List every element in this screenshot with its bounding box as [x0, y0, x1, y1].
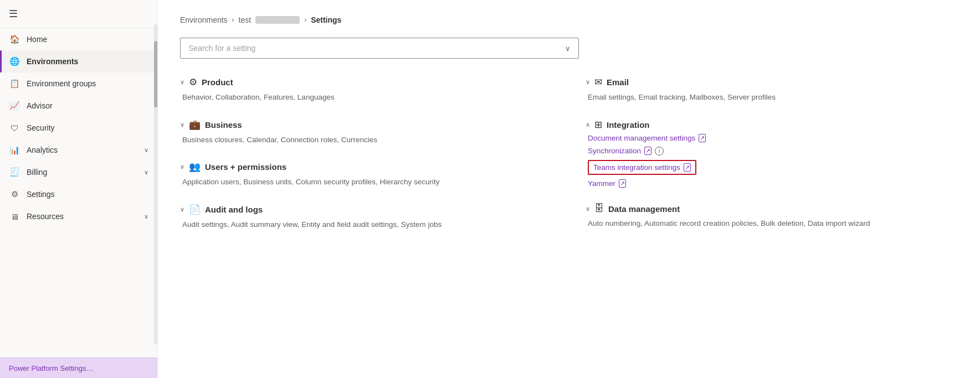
document-management-ext-icon: ↗	[699, 134, 706, 142]
integration-icon: ⊞	[594, 119, 602, 131]
environments-icon: 🌐	[9, 56, 20, 67]
breadcrumb-sep-1: ›	[232, 16, 234, 24]
settings-grid: ∨ ⚙ Product Behavior, Collaboration, Fea…	[180, 76, 958, 246]
section-users-permissions: ∨ 👥 Users + permissions Application user…	[180, 161, 552, 188]
synchronization-label: Synchronization	[588, 147, 641, 155]
section-business-header: ∨ 💼 Business	[180, 119, 552, 131]
document-management-label: Document management settings	[588, 134, 695, 142]
email-items: Email settings, Email tracking, Mailboxe…	[586, 91, 958, 103]
sidebar-item-environment-groups[interactable]: 📋 Environment groups	[0, 73, 157, 95]
sidebar-item-label: Resources	[27, 212, 142, 221]
sidebar-item-resources[interactable]: 🖥 Resources ∨	[0, 205, 157, 227]
product-collapse-chevron[interactable]: ∨	[180, 79, 184, 86]
integration-collapse-chevron[interactable]: ∧	[586, 121, 590, 128]
section-integration: ∧ ⊞ Integration Document management sett…	[586, 119, 958, 188]
settings-left-column: ∨ ⚙ Product Behavior, Collaboration, Fea…	[180, 76, 552, 246]
synchronization-link[interactable]: Synchronization ↗ i	[586, 147, 958, 156]
email-collapse-chevron[interactable]: ∨	[586, 79, 590, 86]
sidebar-item-label: Advisor	[27, 101, 148, 110]
users-collapse-chevron[interactable]: ∨	[180, 163, 184, 170]
audit-collapse-chevron[interactable]: ∨	[180, 206, 184, 213]
audit-title: Audit and logs	[205, 205, 263, 214]
search-bar-placeholder: Search for a setting	[188, 44, 565, 53]
yammer-ext-icon: ↗	[619, 179, 626, 188]
data-management-collapse-chevron[interactable]: ∨	[586, 205, 590, 213]
section-product: ∨ ⚙ Product Behavior, Collaboration, Fea…	[180, 76, 552, 103]
sidebar-item-label: Billing	[27, 168, 142, 177]
teams-integration-ext-icon: ↗	[684, 163, 691, 172]
breadcrumb: Environments › test › Settings	[180, 15, 958, 24]
audit-icon: 📄	[189, 204, 201, 215]
users-items: Application users, Business units, Colum…	[180, 176, 552, 188]
users-title: Users + permissions	[205, 162, 286, 172]
product-items: Behavior, Collaboration, Features, Langu…	[180, 91, 552, 103]
home-icon: 🏠	[9, 34, 20, 45]
sidebar-item-analytics[interactable]: 📊 Analytics ∨	[0, 139, 157, 161]
sidebar-bottom: Power Platform Settings…	[0, 358, 157, 378]
sidebar-item-label: Environments	[27, 57, 148, 66]
sidebar-item-billing[interactable]: 🧾 Billing ∨	[0, 161, 157, 183]
sidebar-item-label: Settings	[27, 190, 148, 199]
billing-icon: 🧾	[9, 167, 20, 178]
search-bar[interactable]: Search for a setting ∨	[180, 38, 579, 59]
resources-icon: 🖥	[9, 211, 20, 222]
integration-title: Integration	[607, 120, 650, 130]
section-integration-header: ∧ ⊞ Integration	[586, 119, 958, 131]
teams-integration-label: Teams integration settings	[593, 163, 680, 172]
section-product-header: ∨ ⚙ Product	[180, 76, 552, 88]
section-business: ∨ 💼 Business Business closures, Calendar…	[180, 119, 552, 146]
data-management-title: Data management	[608, 204, 680, 214]
settings-icon: ⚙	[9, 189, 20, 200]
sidebar-item-label: Home	[27, 35, 148, 44]
sidebar-item-label: Analytics	[27, 146, 142, 154]
sidebar-item-label: Environment groups	[27, 79, 148, 88]
synchronization-ext-icon: ↗	[644, 147, 651, 155]
settings-right-column: ∨ ✉ Email Email settings, Email tracking…	[586, 76, 958, 246]
main-content: Environments › test › Settings Search fo…	[158, 0, 980, 378]
sidebar-item-home[interactable]: 🏠 Home	[0, 28, 157, 50]
sidebar: ☰ 🏠 Home 🌐 Environments 📋 Environment gr…	[0, 0, 158, 378]
yammer-link[interactable]: Yammer ↗	[586, 179, 958, 188]
breadcrumb-sep-2: ›	[304, 16, 306, 24]
product-title: Product	[202, 77, 233, 87]
scrollbar-track	[154, 24, 157, 345]
section-email-header: ∨ ✉ Email	[586, 76, 958, 88]
sidebar-top: ☰	[0, 0, 157, 28]
business-collapse-chevron[interactable]: ∨	[180, 121, 184, 128]
synchronization-info-icon[interactable]: i	[655, 147, 664, 156]
section-audit-header: ∨ 📄 Audit and logs	[180, 204, 552, 215]
data-management-items: Auto numbering, Automatic record creatio…	[586, 218, 958, 230]
breadcrumb-redacted	[255, 16, 300, 24]
business-icon: 💼	[189, 119, 201, 131]
security-icon: 🛡	[9, 122, 20, 133]
business-title: Business	[205, 120, 242, 130]
sidebar-item-settings[interactable]: ⚙ Settings	[0, 183, 157, 205]
resources-chevron: ∨	[144, 213, 148, 220]
scrollbar-thumb	[154, 41, 157, 107]
teams-integration-link[interactable]: Teams integration settings ↗	[593, 163, 691, 172]
data-management-icon: 🗄	[594, 203, 604, 214]
users-icon: 👥	[189, 161, 201, 173]
section-data-management-header: ∨ 🗄 Data management	[586, 203, 958, 214]
document-management-link[interactable]: Document management settings ↗	[586, 134, 958, 142]
breadcrumb-test[interactable]: test	[239, 15, 252, 24]
yammer-label: Yammer	[588, 179, 615, 188]
section-data-management: ∨ 🗄 Data management Auto numbering, Auto…	[586, 203, 958, 230]
breadcrumb-current: Settings	[311, 15, 341, 24]
teams-integration-highlight: Teams integration settings ↗	[588, 160, 696, 175]
sidebar-item-environments[interactable]: 🌐 Environments	[0, 50, 157, 73]
business-items: Business closures, Calendar, Connection …	[180, 134, 552, 146]
product-icon: ⚙	[189, 76, 197, 88]
search-chevron-icon: ∨	[565, 44, 571, 53]
breadcrumb-environments[interactable]: Environments	[180, 15, 228, 24]
billing-chevron: ∨	[144, 169, 148, 176]
sidebar-item-security[interactable]: 🛡 Security	[0, 117, 157, 139]
hamburger-icon[interactable]: ☰	[9, 8, 18, 19]
sidebar-item-label: Security	[27, 123, 148, 132]
nav-scroll: 🏠 Home 🌐 Environments 📋 Environment grou…	[0, 28, 157, 358]
analytics-chevron: ∨	[144, 147, 148, 154]
section-users-header: ∨ 👥 Users + permissions	[180, 161, 552, 173]
sidebar-item-advisor[interactable]: 📈 Advisor	[0, 95, 157, 117]
section-email: ∨ ✉ Email Email settings, Email tracking…	[586, 76, 958, 103]
analytics-icon: 📊	[9, 144, 20, 156]
